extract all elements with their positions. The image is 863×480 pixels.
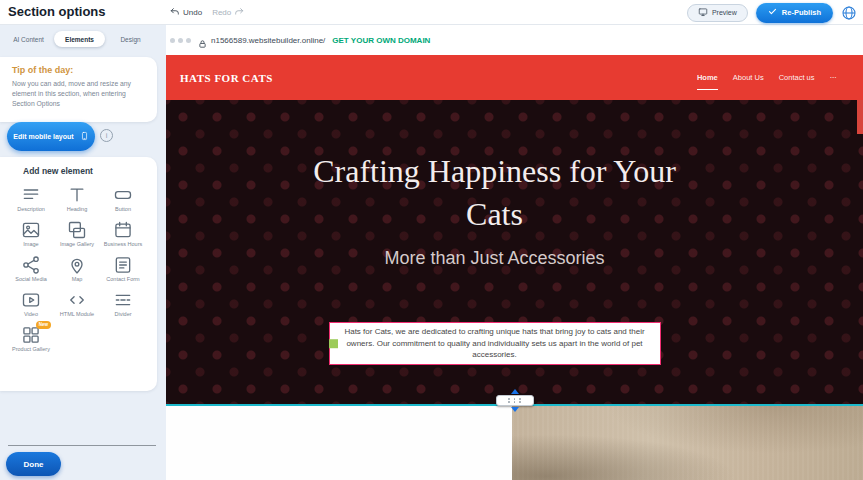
site-preview: n1566589.websitebuilder.online/ GET YOUR… bbox=[166, 25, 863, 480]
arrow-up-icon bbox=[511, 389, 519, 394]
edit-mobile-layout-button[interactable]: Edit mobile layout bbox=[7, 122, 95, 151]
site-url[interactable]: n1566589.websitebuilder.online/ bbox=[211, 36, 325, 45]
add-element-video[interactable]: Video bbox=[9, 288, 53, 320]
hero-headline[interactable]: Crafting Happiness for Your Cats bbox=[310, 150, 680, 235]
product-gallery-icon: New bbox=[21, 325, 41, 345]
divider-icon bbox=[113, 290, 133, 310]
add-element-label: Image Gallery bbox=[60, 241, 94, 248]
add-element-label: Button bbox=[115, 206, 131, 213]
redo-label: Redo bbox=[212, 8, 231, 17]
add-element-heading[interactable]: Heading bbox=[55, 183, 99, 215]
browser-bar: n1566589.websitebuilder.online/ GET YOUR… bbox=[166, 25, 863, 55]
social-media-icon bbox=[21, 255, 41, 275]
add-element-image[interactable]: Image bbox=[9, 218, 53, 250]
add-element-grid: DescriptionHeadingButtonImageImage Galle… bbox=[8, 183, 157, 354]
business-hours-icon bbox=[113, 220, 133, 240]
mobile-phone-icon bbox=[80, 129, 89, 144]
map-icon bbox=[67, 255, 87, 275]
element-drag-handle[interactable] bbox=[329, 340, 338, 349]
nav-more[interactable]: ⋯ bbox=[830, 73, 838, 82]
add-element-label: Map bbox=[72, 276, 83, 283]
next-section-image bbox=[512, 406, 863, 480]
preview-label: Preview bbox=[712, 9, 737, 16]
image-icon bbox=[21, 220, 41, 240]
button-icon bbox=[113, 185, 133, 205]
add-element-product-gallery[interactable]: NewProduct Gallery bbox=[9, 323, 53, 355]
add-element-contact-form[interactable]: Contact Form bbox=[101, 253, 145, 285]
add-element-button[interactable]: Button bbox=[101, 183, 145, 215]
site-nav: HomeAbout UsContact us⋯ bbox=[697, 55, 837, 100]
preview-button[interactable]: Preview bbox=[687, 4, 748, 22]
app-window: Section options Undo Redo Preview Re-Pub… bbox=[0, 0, 863, 480]
next-section-blank bbox=[166, 406, 512, 480]
add-element-panel: Add new element DescriptionHeadingButton… bbox=[0, 157, 157, 391]
add-element-label: Divider bbox=[114, 311, 131, 318]
site-header: HATS FOR CATS HomeAbout UsContact us⋯ bbox=[166, 55, 863, 100]
sidebar-tabs: AI ContentElementsDesign bbox=[3, 31, 156, 47]
add-element-label: Business Hours bbox=[104, 241, 143, 248]
undo-icon bbox=[170, 7, 180, 19]
preview-scrollbar[interactable] bbox=[857, 100, 863, 134]
video-icon bbox=[21, 290, 41, 310]
sidebar: AI ContentElementsDesign Tip of the day:… bbox=[0, 25, 166, 480]
add-element-divider[interactable]: Divider bbox=[101, 288, 145, 320]
undo-label: Undo bbox=[183, 8, 202, 17]
hero-content: Crafting Happiness for Your Cats More th… bbox=[166, 150, 823, 269]
add-element-label: Contact Form bbox=[106, 276, 139, 283]
nav-contact-us[interactable]: Contact us bbox=[779, 73, 815, 82]
get-domain-link[interactable]: GET YOUR OWN DOMAIN bbox=[332, 36, 430, 45]
monitor-icon bbox=[698, 7, 708, 18]
add-element-label: Social Media bbox=[15, 276, 47, 283]
add-element-html-module[interactable]: HTML Module bbox=[55, 288, 99, 320]
add-element-social-media[interactable]: Social Media bbox=[9, 253, 53, 285]
add-element-label: HTML Module bbox=[60, 311, 94, 318]
new-badge: New bbox=[36, 321, 51, 329]
undo-redo-group: Undo Redo bbox=[170, 0, 244, 25]
add-element-image-gallery[interactable]: Image Gallery bbox=[55, 218, 99, 250]
hero-subheadline[interactable]: More than Just Accessories bbox=[166, 248, 823, 269]
page-title: Section options bbox=[8, 4, 106, 19]
republish-button[interactable]: Re-Publish bbox=[756, 3, 833, 23]
tip-card: Tip of the day: Now you can add, move an… bbox=[0, 57, 157, 122]
hero-section: Crafting Happiness for Your Cats More th… bbox=[166, 100, 863, 405]
topbar-actions: Preview Re-Publish bbox=[687, 0, 857, 25]
edit-mobile-label: Edit mobile layout bbox=[13, 133, 73, 140]
arrow-down-icon bbox=[511, 407, 519, 412]
add-element-description[interactable]: Description bbox=[9, 183, 53, 215]
undo-button[interactable]: Undo bbox=[170, 7, 202, 19]
check-icon bbox=[768, 7, 777, 18]
site-logo[interactable]: HATS FOR CATS bbox=[180, 72, 273, 84]
add-element-title: Add new element bbox=[23, 166, 157, 176]
add-element-label: Image bbox=[23, 241, 38, 248]
section-resize-handle[interactable] bbox=[495, 389, 535, 412]
add-element-business-hours[interactable]: Business Hours bbox=[101, 218, 145, 250]
window-dots-icon bbox=[170, 38, 191, 43]
description-icon bbox=[21, 185, 41, 205]
redo-icon bbox=[234, 7, 244, 19]
add-element-map[interactable]: Map bbox=[55, 253, 99, 285]
hero-description-text: Hats for Cats, we are dedicated to craft… bbox=[344, 327, 644, 359]
add-element-label: Heading bbox=[67, 206, 88, 213]
redo-button[interactable]: Redo bbox=[212, 7, 244, 19]
done-button[interactable]: Done bbox=[6, 452, 61, 476]
tab-elements[interactable]: Elements bbox=[54, 31, 105, 47]
image-gallery-icon bbox=[67, 220, 87, 240]
tab-design[interactable]: Design bbox=[105, 31, 156, 47]
sidebar-divider bbox=[8, 445, 156, 446]
lock-icon bbox=[198, 35, 207, 45]
tab-ai-content[interactable]: AI Content bbox=[3, 31, 54, 47]
tip-body: Now you can add, move and resize any ele… bbox=[12, 79, 145, 110]
add-element-label: Video bbox=[24, 311, 38, 318]
heading-icon bbox=[67, 185, 87, 205]
add-element-label: Product Gallery bbox=[12, 346, 50, 353]
tip-title: Tip of the day: bbox=[12, 65, 145, 75]
contact-form-icon bbox=[113, 255, 133, 275]
hero-description-box[interactable]: Hats for Cats, we are dedicated to craft… bbox=[329, 322, 661, 365]
nav-about-us[interactable]: About Us bbox=[733, 73, 764, 82]
nav-home[interactable]: Home bbox=[697, 73, 718, 90]
drag-grip-icon bbox=[496, 395, 534, 406]
info-icon[interactable]: i bbox=[100, 129, 113, 142]
html-module-icon bbox=[67, 290, 87, 310]
language-globe-icon[interactable] bbox=[841, 5, 857, 21]
republish-label: Re-Publish bbox=[782, 8, 821, 17]
